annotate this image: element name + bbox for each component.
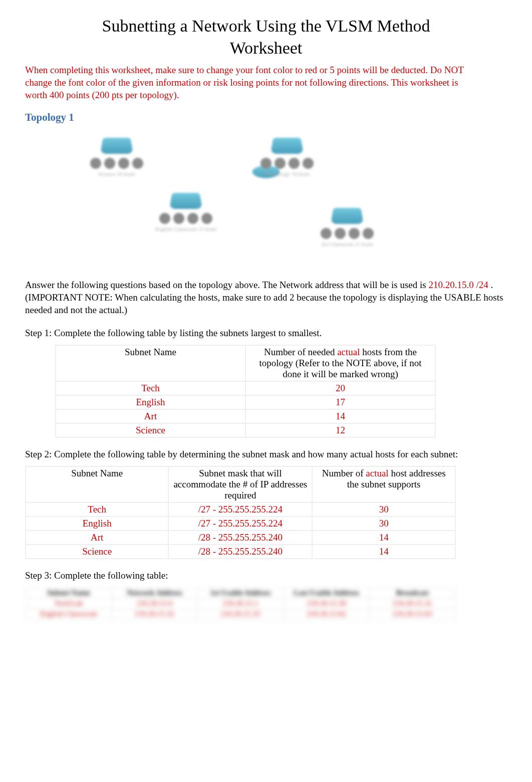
cell-mask: /28 - 255.255.255.240	[168, 545, 312, 559]
cell-subnet-name: Tech	[26, 502, 168, 516]
cell-hosts: 14	[312, 531, 455, 545]
table-step1: Subnet Name Number of needed actual host…	[55, 345, 436, 438]
th-last-usable: Last Usable Address	[284, 588, 370, 598]
network-group-english: English Classroom 15 hosts	[155, 191, 217, 232]
cell-bcast: 210.20.15.63	[369, 609, 455, 619]
page-title: Subnetting a Network Using the VLSM Meth…	[25, 15, 507, 59]
table-row: Tech 20	[56, 381, 435, 395]
step1-label: Step 1: Complete the following table by …	[25, 328, 507, 339]
table-row: English /27 - 255.255.255.224 30	[26, 516, 455, 531]
th-subnet-mask: Subnet mask that will accommodate the # …	[168, 466, 312, 502]
router-icon	[331, 208, 364, 224]
table-row: Art /28 - 255.255.255.240 14	[26, 531, 455, 545]
table-row: English Classroom 210.20.15.32 210.20.15…	[26, 609, 455, 619]
table-header-row: Subnet Name Subnet mask that will accomm…	[26, 466, 455, 502]
step3-label: Step 3: Complete the following table:	[25, 570, 507, 581]
table-row: Art 14	[56, 409, 435, 423]
cell-hosts: 20	[245, 381, 435, 395]
router-icon	[271, 138, 304, 154]
cell-subnet-name: English	[26, 516, 168, 531]
instr-pre-ip: Answer the following questions based on …	[25, 280, 428, 290]
th-subnet-name: Subnet Name	[26, 466, 168, 502]
diagram-label: Technology 18 hosts	[264, 171, 310, 177]
table-row: English 17	[56, 395, 435, 409]
cell-last: 210.20.15.30	[284, 598, 370, 609]
table-row: Tech/Lab 210.20.15.0 210.20.15.1 210.20.…	[26, 598, 455, 609]
table-header-row: Subnet Name Number of needed actual host…	[56, 345, 435, 381]
cell-subnet-name: Tech	[56, 381, 245, 395]
network-group-tech: Technology 18 hosts	[260, 136, 314, 177]
cell-subnet-name: Science	[56, 423, 245, 437]
th-subnet-name: Subnet Name	[26, 588, 112, 598]
table-header-row: Subnet Name Network Address 1st Usable A…	[26, 588, 455, 598]
cell-hosts: 30	[312, 502, 455, 516]
cell-mask: /27 - 255.255.255.224	[168, 502, 312, 516]
cell-hosts: 17	[245, 395, 435, 409]
router-icon	[169, 193, 202, 209]
diagram-label: Art Classroom 12 hosts	[321, 241, 373, 247]
cell-subnet-name: Art	[26, 531, 168, 545]
cell-subnet-name: Science	[26, 545, 168, 559]
step2-label: Step 2: Complete the following table by …	[25, 449, 507, 460]
th-broadcast: Broadcast	[369, 588, 455, 598]
cell-mask: /27 - 255.255.255.224	[168, 516, 312, 531]
table-step3: Subnet Name Network Address 1st Usable A…	[25, 587, 456, 620]
th-actual-hosts: Number of actual host addresses the subn…	[312, 466, 455, 502]
th-subnet-name: Subnet Name	[56, 345, 245, 381]
cell-first: 210.20.15.33	[197, 609, 284, 619]
cell-hosts: 30	[312, 516, 455, 531]
network-group-art: Art Classroom 12 hosts	[321, 206, 374, 247]
th-needed-hosts: Number of needed actual hosts from the t…	[245, 345, 435, 381]
instr-post-2: NOTE:	[82, 292, 113, 303]
table-row: Tech /27 - 255.255.255.224 30	[26, 502, 455, 516]
network-address: 210.20.15.0 /24	[428, 280, 488, 290]
instr-post-3: When calculating the hosts, make sure to…	[113, 292, 481, 303]
table-step2: Subnet Name Subnet mask that will accomm…	[25, 466, 456, 559]
warning-text: When completing this worksheet, make sur…	[25, 64, 507, 101]
table-row: Science /28 - 255.255.255.240 14	[26, 545, 455, 559]
network-group-science: Science 10 hosts	[90, 136, 143, 177]
cell-hosts: 14	[312, 545, 455, 559]
table-row: Science 12	[56, 423, 435, 437]
cell-mask: /28 - 255.255.255.240	[168, 531, 312, 545]
cell-subnet-name: Art	[56, 409, 245, 423]
cell-bcast: 210.20.15.31	[369, 598, 455, 609]
cell-net: 210.20.15.32	[112, 609, 198, 619]
router-icon	[100, 138, 133, 154]
topology-diagram: Science 10 hosts English Classroom 15 ho…	[25, 131, 507, 267]
cell-hosts: 12	[245, 423, 435, 437]
cell-net: 210.20.15.0	[112, 598, 198, 609]
cell-subnet-name: Tech/Lab	[26, 598, 112, 609]
diagram-label: Science 10 hosts	[98, 171, 135, 177]
diagram-label: English Classroom 15 hosts	[155, 226, 217, 232]
cell-first: 210.20.15.1	[197, 598, 284, 609]
cell-subnet-name: English Classroom	[26, 609, 112, 619]
instructions-paragraph: Answer the following questions based on …	[25, 279, 507, 316]
th-network-address: Network Address	[112, 588, 198, 598]
th-first-usable: 1st Usable Address	[197, 588, 284, 598]
topology-heading: Topology 1	[25, 111, 507, 124]
cell-last: 210.20.15.62	[284, 609, 370, 619]
cell-subnet-name: English	[56, 395, 245, 409]
cell-hosts: 14	[245, 409, 435, 423]
